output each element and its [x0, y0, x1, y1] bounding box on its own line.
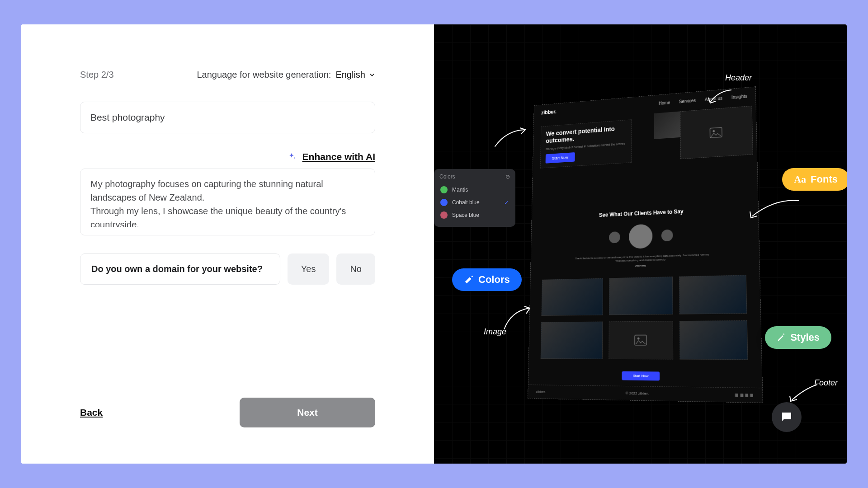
- website-mock: zibber. Home Services About us Insights …: [528, 86, 763, 403]
- color-swatch: [440, 199, 448, 206]
- palette-title: Colors: [439, 174, 455, 180]
- testimonials-heading: See What Our Clients Have to Say: [532, 205, 758, 221]
- styles-badge[interactable]: Styles: [765, 326, 831, 349]
- hero-text-block: We convert potential into outcomes. Mana…: [540, 119, 631, 168]
- gallery-tile: [679, 275, 747, 314]
- language-label: Language for website generation:: [197, 70, 331, 80]
- image-placeholder-icon: [634, 334, 647, 346]
- mock-nav-item: Services: [679, 98, 695, 104]
- gallery-tile-placeholder: [609, 321, 674, 359]
- language-group: Language for website generation: English: [197, 70, 376, 80]
- language-value: English: [335, 70, 365, 80]
- mock-nav-item: Home: [658, 100, 670, 105]
- domain-no-button[interactable]: No: [336, 253, 375, 285]
- hero-image-placeholder: [680, 106, 753, 159]
- styles-badge-label: Styles: [790, 332, 820, 343]
- fonts-icon: Aa: [794, 174, 806, 185]
- color-swatch: [440, 211, 448, 219]
- mock-logo: zibber.: [541, 109, 557, 116]
- arrow-icon: [493, 126, 529, 149]
- language-select[interactable]: English: [335, 70, 375, 80]
- palette-item[interactable]: Space blue: [439, 209, 510, 221]
- hero-cta: Start Now: [545, 152, 575, 164]
- fonts-badge[interactable]: Aa Fonts: [782, 168, 847, 191]
- fonts-badge-label: Fonts: [811, 174, 838, 185]
- avatar: [609, 231, 620, 243]
- close-icon[interactable]: ⊖: [505, 174, 510, 180]
- next-button[interactable]: Next: [240, 398, 375, 427]
- domain-question: Do you own a domain for your website?: [80, 253, 280, 285]
- arrow-icon: [707, 88, 734, 106]
- secondary-cta: Start Now: [622, 371, 659, 381]
- website-name-input[interactable]: Best photography: [80, 102, 375, 133]
- pencil-icon: [777, 333, 786, 342]
- palette-item-label: Cobalt blue: [452, 199, 480, 206]
- color-swatch: [440, 186, 448, 193]
- svg-point-3: [637, 338, 639, 340]
- mock-footer-logo: zibber.: [535, 389, 545, 394]
- gallery-tile: [609, 277, 673, 315]
- mock-footer-copy: © 2022 zibber.: [625, 391, 649, 395]
- gallery-tile: [540, 322, 602, 359]
- annotation-header: Header: [725, 73, 752, 83]
- palette-item[interactable]: Mantis: [439, 183, 510, 196]
- description-textarea[interactable]: [90, 177, 364, 227]
- gallery: [528, 264, 762, 371]
- chat-fab[interactable]: [772, 402, 802, 432]
- chevron-down-icon: [369, 72, 375, 78]
- chat-icon: [780, 410, 793, 424]
- colors-badge-label: Colors: [478, 274, 510, 286]
- colors-badge[interactable]: Colors: [452, 268, 522, 291]
- preview-panel: zibber. Home Services About us Insights …: [434, 24, 847, 464]
- svg-point-1: [712, 130, 715, 132]
- arrow-icon: [747, 196, 802, 223]
- domain-yes-button[interactable]: Yes: [288, 253, 330, 285]
- palette-item-label: Mantis: [452, 187, 468, 193]
- gallery-tile: [541, 278, 603, 316]
- enhance-with-ai-link[interactable]: Enhance with AI: [302, 151, 375, 162]
- palette-item[interactable]: Cobalt blue ✓: [439, 196, 510, 209]
- image-placeholder-icon: [709, 127, 722, 138]
- back-button[interactable]: Back: [80, 407, 103, 418]
- sparkle-icon: [287, 152, 296, 161]
- mock-footer-social: ▦ ▦ ▦ ▦: [735, 393, 754, 397]
- description-wrap: [80, 169, 375, 235]
- palette-item-label: Space blue: [452, 212, 479, 218]
- avatar: [628, 224, 652, 249]
- color-palette-popover: Colors ⊖ Mantis Cobalt blue ✓ Space blue: [434, 169, 515, 227]
- step-indicator: Step 2/3: [80, 70, 114, 80]
- gallery-tile: [679, 320, 748, 360]
- form-panel: Step 2/3 Language for website generation…: [21, 24, 434, 464]
- annotation-image: Image: [484, 327, 506, 337]
- paint-icon: [464, 275, 474, 285]
- check-icon: ✓: [504, 199, 509, 206]
- avatar: [661, 230, 673, 242]
- app-frame: Step 2/3 Language for website generation…: [21, 24, 847, 464]
- annotation-footer: Footer: [814, 378, 838, 388]
- arrow-icon: [502, 305, 533, 332]
- hero-title: We convert potential into outcomes.: [546, 125, 626, 145]
